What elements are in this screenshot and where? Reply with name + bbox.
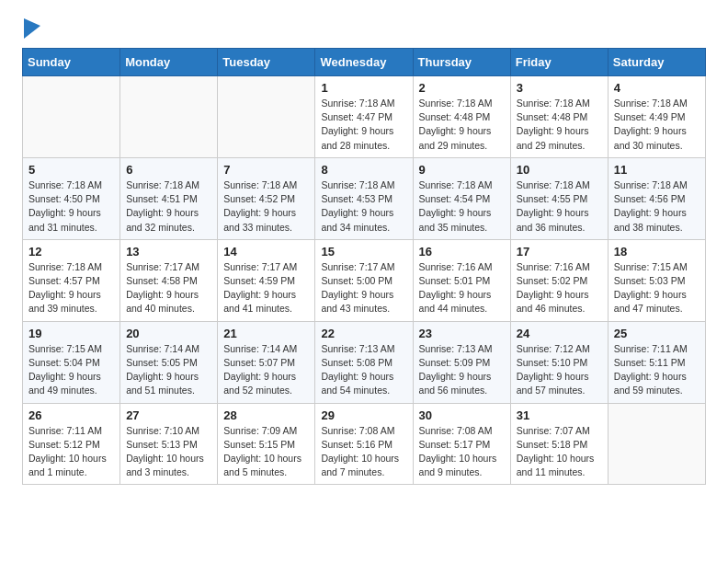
day-number: 18 bbox=[614, 245, 700, 259]
day-number: 29 bbox=[321, 408, 407, 422]
weekday-header: Monday bbox=[120, 49, 218, 76]
day-info: Sunrise: 7:18 AM Sunset: 4:57 PM Dayligh… bbox=[28, 260, 115, 316]
calendar-cell bbox=[23, 76, 120, 158]
calendar-week-row: 26Sunrise: 7:11 AM Sunset: 5:12 PM Dayli… bbox=[23, 403, 706, 485]
day-info: Sunrise: 7:18 AM Sunset: 4:49 PM Dayligh… bbox=[614, 97, 700, 153]
day-info: Sunrise: 7:07 AM Sunset: 5:18 PM Dayligh… bbox=[517, 424, 603, 480]
calendar-cell: 10Sunrise: 7:18 AM Sunset: 4:55 PM Dayli… bbox=[510, 157, 608, 239]
day-number: 25 bbox=[614, 327, 700, 340]
day-number: 22 bbox=[321, 327, 407, 340]
calendar-cell: 28Sunrise: 7:09 AM Sunset: 5:15 PM Dayli… bbox=[218, 403, 315, 485]
weekday-header: Saturday bbox=[608, 49, 705, 76]
calendar-cell: 27Sunrise: 7:10 AM Sunset: 5:13 PM Dayli… bbox=[120, 403, 218, 485]
day-number: 10 bbox=[517, 163, 603, 177]
weekday-header: Thursday bbox=[413, 49, 510, 76]
day-number: 7 bbox=[223, 163, 310, 177]
day-number: 26 bbox=[28, 408, 115, 422]
day-number: 8 bbox=[321, 163, 407, 177]
calendar-cell: 1Sunrise: 7:18 AM Sunset: 4:47 PM Daylig… bbox=[315, 76, 413, 158]
day-info: Sunrise: 7:12 AM Sunset: 5:10 PM Dayligh… bbox=[517, 342, 603, 398]
calendar-cell: 12Sunrise: 7:18 AM Sunset: 4:57 PM Dayli… bbox=[23, 239, 120, 321]
day-number: 12 bbox=[28, 245, 115, 259]
calendar-cell: 16Sunrise: 7:16 AM Sunset: 5:01 PM Dayli… bbox=[413, 239, 510, 321]
calendar-cell: 25Sunrise: 7:11 AM Sunset: 5:11 PM Dayli… bbox=[608, 321, 705, 403]
calendar-cell: 26Sunrise: 7:11 AM Sunset: 5:12 PM Dayli… bbox=[23, 403, 120, 485]
page: SundayMondayTuesdayWednesdayThursdayFrid… bbox=[0, 0, 728, 503]
day-number: 5 bbox=[28, 163, 115, 177]
day-info: Sunrise: 7:18 AM Sunset: 4:50 PM Dayligh… bbox=[28, 178, 115, 235]
calendar-week-row: 19Sunrise: 7:15 AM Sunset: 5:04 PM Dayli… bbox=[23, 321, 706, 403]
calendar-cell: 13Sunrise: 7:17 AM Sunset: 4:58 PM Dayli… bbox=[120, 239, 218, 321]
calendar-cell: 17Sunrise: 7:16 AM Sunset: 5:02 PM Dayli… bbox=[510, 239, 608, 321]
day-info: Sunrise: 7:10 AM Sunset: 5:13 PM Dayligh… bbox=[126, 424, 212, 480]
day-number: 27 bbox=[126, 408, 212, 422]
day-info: Sunrise: 7:18 AM Sunset: 4:55 PM Dayligh… bbox=[517, 178, 603, 235]
day-info: Sunrise: 7:09 AM Sunset: 5:15 PM Dayligh… bbox=[223, 424, 310, 480]
weekday-header: Tuesday bbox=[218, 49, 315, 76]
day-number: 17 bbox=[517, 245, 603, 259]
calendar-cell: 5Sunrise: 7:18 AM Sunset: 4:50 PM Daylig… bbox=[23, 157, 120, 239]
day-info: Sunrise: 7:16 AM Sunset: 5:02 PM Dayligh… bbox=[517, 260, 603, 316]
day-info: Sunrise: 7:18 AM Sunset: 4:47 PM Dayligh… bbox=[321, 97, 407, 153]
weekday-header: Sunday bbox=[23, 49, 120, 76]
day-number: 28 bbox=[223, 408, 310, 422]
day-info: Sunrise: 7:15 AM Sunset: 5:03 PM Dayligh… bbox=[614, 260, 700, 316]
day-number: 13 bbox=[126, 245, 212, 259]
day-info: Sunrise: 7:14 AM Sunset: 5:05 PM Dayligh… bbox=[126, 342, 212, 398]
calendar-cell: 4Sunrise: 7:18 AM Sunset: 4:49 PM Daylig… bbox=[608, 76, 705, 158]
day-number: 21 bbox=[223, 327, 310, 340]
calendar-cell: 14Sunrise: 7:17 AM Sunset: 4:59 PM Dayli… bbox=[218, 239, 315, 321]
calendar-cell: 8Sunrise: 7:18 AM Sunset: 4:53 PM Daylig… bbox=[315, 157, 413, 239]
calendar-cell: 15Sunrise: 7:17 AM Sunset: 5:00 PM Dayli… bbox=[315, 239, 413, 321]
day-number: 19 bbox=[28, 327, 115, 340]
calendar-cell: 23Sunrise: 7:13 AM Sunset: 5:09 PM Dayli… bbox=[413, 321, 510, 403]
day-number: 20 bbox=[126, 327, 212, 340]
day-info: Sunrise: 7:17 AM Sunset: 5:00 PM Dayligh… bbox=[321, 260, 407, 316]
calendar-cell: 3Sunrise: 7:18 AM Sunset: 4:48 PM Daylig… bbox=[510, 76, 608, 158]
calendar-cell: 24Sunrise: 7:12 AM Sunset: 5:10 PM Dayli… bbox=[510, 321, 608, 403]
day-number: 24 bbox=[517, 327, 603, 340]
day-info: Sunrise: 7:11 AM Sunset: 5:11 PM Dayligh… bbox=[614, 342, 700, 398]
header bbox=[22, 18, 706, 39]
day-info: Sunrise: 7:17 AM Sunset: 4:59 PM Dayligh… bbox=[223, 260, 310, 316]
day-number: 14 bbox=[223, 245, 310, 259]
day-info: Sunrise: 7:08 AM Sunset: 5:16 PM Dayligh… bbox=[321, 424, 407, 480]
calendar-cell: 6Sunrise: 7:18 AM Sunset: 4:51 PM Daylig… bbox=[120, 157, 218, 239]
day-info: Sunrise: 7:18 AM Sunset: 4:53 PM Dayligh… bbox=[321, 178, 407, 235]
calendar-cell: 22Sunrise: 7:13 AM Sunset: 5:08 PM Dayli… bbox=[315, 321, 413, 403]
day-number: 9 bbox=[419, 163, 506, 177]
day-info: Sunrise: 7:13 AM Sunset: 5:09 PM Dayligh… bbox=[419, 342, 506, 398]
calendar-cell: 30Sunrise: 7:08 AM Sunset: 5:17 PM Dayli… bbox=[413, 403, 510, 485]
calendar: SundayMondayTuesdayWednesdayThursdayFrid… bbox=[22, 48, 706, 485]
weekday-header: Wednesday bbox=[315, 49, 413, 76]
day-info: Sunrise: 7:18 AM Sunset: 4:48 PM Dayligh… bbox=[419, 97, 506, 153]
calendar-cell bbox=[608, 403, 705, 485]
day-number: 23 bbox=[419, 327, 506, 340]
day-info: Sunrise: 7:15 AM Sunset: 5:04 PM Dayligh… bbox=[28, 342, 115, 398]
day-number: 11 bbox=[614, 163, 700, 177]
logo-icon bbox=[24, 18, 40, 39]
day-number: 6 bbox=[126, 163, 212, 177]
day-number: 15 bbox=[321, 245, 407, 259]
calendar-cell bbox=[120, 76, 218, 158]
day-info: Sunrise: 7:18 AM Sunset: 4:54 PM Dayligh… bbox=[419, 178, 506, 235]
calendar-cell: 31Sunrise: 7:07 AM Sunset: 5:18 PM Dayli… bbox=[510, 403, 608, 485]
day-info: Sunrise: 7:17 AM Sunset: 4:58 PM Dayligh… bbox=[126, 260, 212, 316]
calendar-cell: 11Sunrise: 7:18 AM Sunset: 4:56 PM Dayli… bbox=[608, 157, 705, 239]
day-info: Sunrise: 7:16 AM Sunset: 5:01 PM Dayligh… bbox=[419, 260, 506, 316]
calendar-cell: 9Sunrise: 7:18 AM Sunset: 4:54 PM Daylig… bbox=[413, 157, 510, 239]
day-number: 30 bbox=[419, 408, 506, 422]
calendar-cell bbox=[218, 76, 315, 158]
day-number: 4 bbox=[614, 81, 700, 95]
day-number: 2 bbox=[419, 81, 506, 95]
calendar-week-row: 12Sunrise: 7:18 AM Sunset: 4:57 PM Dayli… bbox=[23, 239, 706, 321]
day-info: Sunrise: 7:18 AM Sunset: 4:51 PM Dayligh… bbox=[126, 178, 212, 235]
calendar-cell: 19Sunrise: 7:15 AM Sunset: 5:04 PM Dayli… bbox=[23, 321, 120, 403]
day-info: Sunrise: 7:18 AM Sunset: 4:56 PM Dayligh… bbox=[614, 178, 700, 235]
day-info: Sunrise: 7:18 AM Sunset: 4:52 PM Dayligh… bbox=[223, 178, 310, 235]
calendar-week-row: 5Sunrise: 7:18 AM Sunset: 4:50 PM Daylig… bbox=[23, 157, 706, 239]
calendar-cell: 20Sunrise: 7:14 AM Sunset: 5:05 PM Dayli… bbox=[120, 321, 218, 403]
day-number: 16 bbox=[419, 245, 506, 259]
day-info: Sunrise: 7:13 AM Sunset: 5:08 PM Dayligh… bbox=[321, 342, 407, 398]
weekday-header-row: SundayMondayTuesdayWednesdayThursdayFrid… bbox=[23, 49, 706, 76]
